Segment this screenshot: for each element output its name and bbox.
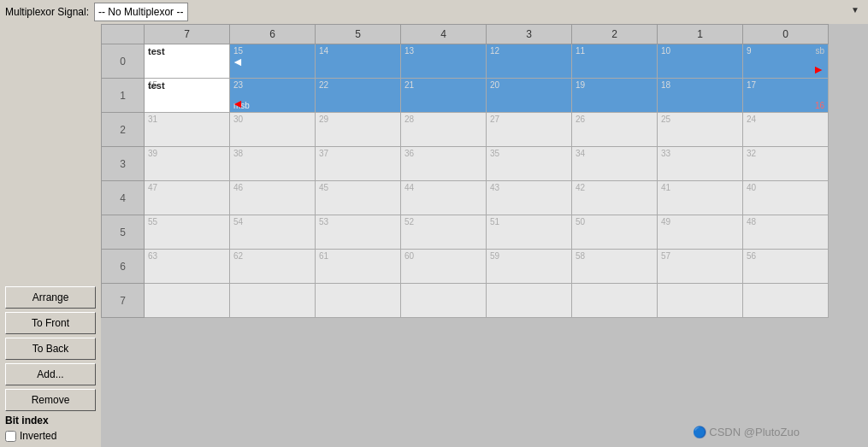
grid-cell[interactable] bbox=[316, 284, 401, 318]
grid-cell[interactable]: test bbox=[145, 44, 230, 79]
grid-cell[interactable]: 25 bbox=[658, 113, 743, 147]
grid-cell[interactable]: 28 bbox=[401, 113, 487, 147]
inverted-checkbox[interactable] bbox=[5, 431, 16, 442]
grid-cell[interactable]: 15 ◄ bbox=[230, 44, 316, 79]
table-row: 2 31 30 29 28 bbox=[102, 113, 829, 147]
grid-cell[interactable]: 44 bbox=[401, 181, 487, 215]
grid-cell[interactable]: 19 bbox=[572, 79, 658, 113]
grid-cell[interactable] bbox=[230, 284, 316, 318]
grid-cell[interactable]: 21 bbox=[401, 79, 487, 113]
to-back-button[interactable]: To Back bbox=[5, 338, 96, 360]
grid-cell[interactable]: 37 bbox=[316, 147, 401, 181]
grid-cell[interactable]: 41 bbox=[658, 181, 743, 215]
grid-cell[interactable]: 36 bbox=[401, 147, 487, 181]
grid-cell[interactable] bbox=[572, 284, 658, 318]
grid-cell[interactable]: 29 bbox=[316, 113, 401, 147]
remove-button[interactable]: Remove bbox=[5, 389, 96, 411]
grid-cell[interactable]: 54 bbox=[230, 215, 316, 250]
col-5: 5 bbox=[316, 25, 401, 44]
table-row: 1 15 test 23 msb ◄ bbox=[102, 79, 829, 113]
grid-cell[interactable]: 62 bbox=[230, 250, 316, 284]
grid-cell[interactable]: 48 bbox=[743, 215, 829, 250]
watermark-icon: 🔵 bbox=[693, 426, 706, 438]
col-header-row: 7 6 5 4 3 2 1 0 bbox=[102, 25, 829, 44]
inverted-label: Inverted bbox=[20, 430, 56, 442]
grid-cell[interactable]: 13 bbox=[401, 44, 487, 79]
grid-cell[interactable]: 22 bbox=[316, 79, 401, 113]
col-4: 4 bbox=[401, 25, 487, 44]
grid-cell[interactable]: 38 bbox=[230, 147, 316, 181]
row-header-3: 3 bbox=[102, 147, 145, 181]
bit-index-label: Bit index bbox=[5, 415, 96, 426]
col-1: 1 bbox=[658, 25, 743, 44]
grid-cell[interactable]: 24 bbox=[743, 113, 829, 147]
grid-cell[interactable]: 42 bbox=[572, 181, 658, 215]
grid-cell[interactable]: 53 bbox=[316, 215, 401, 250]
grid-cell[interactable]: 9 sb ► bbox=[743, 44, 829, 79]
table-row: 4 47 46 45 44 bbox=[102, 181, 829, 215]
grid-cell[interactable]: 55 bbox=[145, 215, 230, 250]
grid-cell[interactable]: 58 bbox=[572, 250, 658, 284]
to-front-button[interactable]: To Front bbox=[5, 312, 96, 334]
grid-cell[interactable]: 63 bbox=[145, 250, 230, 284]
grid-cell[interactable]: 56 bbox=[743, 250, 829, 284]
grid-cell[interactable]: 59 bbox=[487, 250, 572, 284]
grid-cell[interactable]: 31 bbox=[145, 113, 230, 147]
grid-cell[interactable]: 39 bbox=[145, 147, 230, 181]
grid-cell[interactable]: 26 bbox=[572, 113, 658, 147]
grid-cell[interactable]: 33 bbox=[658, 147, 743, 181]
mux-select[interactable]: -- No Multiplexor -- bbox=[94, 3, 188, 21]
col-7: 7 bbox=[145, 25, 230, 44]
add-button[interactable]: Add... bbox=[5, 363, 96, 385]
grid-cell[interactable]: 18 bbox=[658, 79, 743, 113]
grid-cell[interactable] bbox=[487, 284, 572, 318]
grid-cell[interactable]: 11 bbox=[572, 44, 658, 79]
grid-cell[interactable]: 45 bbox=[316, 181, 401, 215]
grid-cell[interactable]: 61 bbox=[316, 250, 401, 284]
content-area: Arrange To Front To Back Add... Remove B… bbox=[0, 24, 868, 447]
main-container: Multiplexor Signal: -- No Multiplexor --… bbox=[0, 0, 868, 447]
grid-cell[interactable]: 17 16 bbox=[743, 79, 829, 113]
col-3: 3 bbox=[487, 25, 572, 44]
grid-cell[interactable]: 51 bbox=[487, 215, 572, 250]
signal-label: test bbox=[148, 80, 165, 91]
signal-label: test bbox=[148, 46, 165, 56]
grid-cell[interactable]: 60 bbox=[401, 250, 487, 284]
top-bar: Multiplexor Signal: -- No Multiplexor -- bbox=[0, 0, 868, 24]
col-6: 6 bbox=[230, 25, 316, 44]
grid-cell[interactable]: 10 bbox=[658, 44, 743, 79]
arrow-right-icon: ► bbox=[812, 62, 824, 76]
grid-cell[interactable]: 40 bbox=[743, 181, 829, 215]
grid-cell[interactable] bbox=[145, 284, 230, 318]
grid-cell[interactable]: 32 bbox=[743, 147, 829, 181]
arrange-button[interactable]: Arrange bbox=[5, 286, 96, 309]
row-header-7: 7 bbox=[102, 284, 145, 318]
grid-scroll[interactable]: 7 6 5 4 3 2 1 0 0 bbox=[101, 24, 868, 447]
grid-cell[interactable]: 49 bbox=[658, 215, 743, 250]
grid-cell[interactable] bbox=[743, 284, 829, 318]
grid-cell[interactable]: 20 bbox=[487, 79, 572, 113]
grid-cell[interactable] bbox=[401, 284, 487, 318]
grid-cell[interactable]: 14 bbox=[316, 44, 401, 79]
grid-cell[interactable]: 34 bbox=[572, 147, 658, 181]
grid-cell[interactable]: 47 bbox=[145, 181, 230, 215]
grid-cell[interactable]: 57 bbox=[658, 250, 743, 284]
inverted-row: Inverted bbox=[5, 430, 96, 442]
grid-cell[interactable]: 23 msb ◄ bbox=[230, 79, 316, 113]
col-2: 2 bbox=[572, 25, 658, 44]
table-row: 3 39 38 37 36 bbox=[102, 147, 829, 181]
grid-area: 7 6 5 4 3 2 1 0 0 bbox=[101, 24, 868, 447]
grid-cell[interactable]: 27 bbox=[487, 113, 572, 147]
grid-cell[interactable]: 46 bbox=[230, 181, 316, 215]
grid-cell[interactable]: 15 test bbox=[145, 79, 230, 113]
grid-cell[interactable] bbox=[658, 284, 743, 318]
grid-cell[interactable]: 50 bbox=[572, 215, 658, 250]
watermark: 🔵 CSDN @PlutoZuo bbox=[693, 426, 800, 438]
grid-table: 7 6 5 4 3 2 1 0 0 bbox=[101, 24, 829, 318]
grid-cell[interactable]: 30 bbox=[230, 113, 316, 147]
table-row: 7 bbox=[102, 284, 829, 318]
grid-cell[interactable]: 43 bbox=[487, 181, 572, 215]
grid-cell[interactable]: 35 bbox=[487, 147, 572, 181]
grid-cell[interactable]: 52 bbox=[401, 215, 487, 250]
grid-cell[interactable]: 12 bbox=[487, 44, 572, 79]
